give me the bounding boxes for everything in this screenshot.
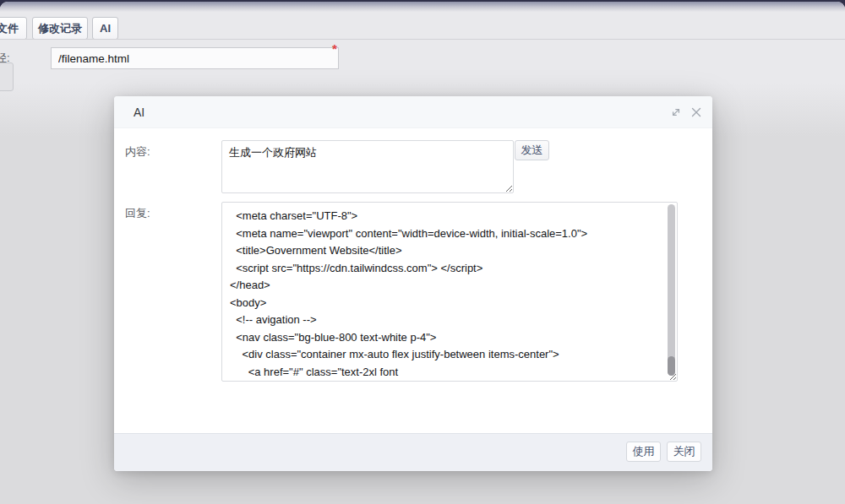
ai-dialog: AI 内容: 生成一个政府网站 发送 回复: <meta charset="UT… [114,96,712,471]
toolbar-divider [0,39,845,40]
expand-icon[interactable] [669,106,683,119]
dialog-header: AI [114,96,712,128]
window-titlebar [0,2,845,12]
tab-file[interactable]: 文件 [0,17,27,40]
reply-scrollbar-thumb[interactable] [668,356,675,376]
tab-history[interactable]: 修改记录 [32,17,88,40]
reply-label: 回复: [125,206,150,221]
tab-ai[interactable]: AI [92,17,118,40]
close-button[interactable]: 关闭 [667,442,701,462]
path-input[interactable] [51,47,339,69]
content-label: 内容: [125,144,150,160]
reply-textarea[interactable]: <meta charset="UTF-8"> <meta name="viewp… [221,202,678,382]
clipped-side-button[interactable] [0,62,14,91]
dialog-footer: 使用 关闭 [114,433,712,471]
send-button[interactable]: 发送 [515,140,549,160]
dialog-title: AI [134,106,144,119]
use-button[interactable]: 使用 [626,442,661,462]
content-textarea[interactable]: 生成一个政府网站 [221,140,514,193]
close-icon[interactable] [690,106,703,119]
required-marker: * [332,41,337,56]
screen: 文件 修改记录 AI 径: * AI [0,0,845,504]
reply-scrollbar-track[interactable] [668,204,675,376]
